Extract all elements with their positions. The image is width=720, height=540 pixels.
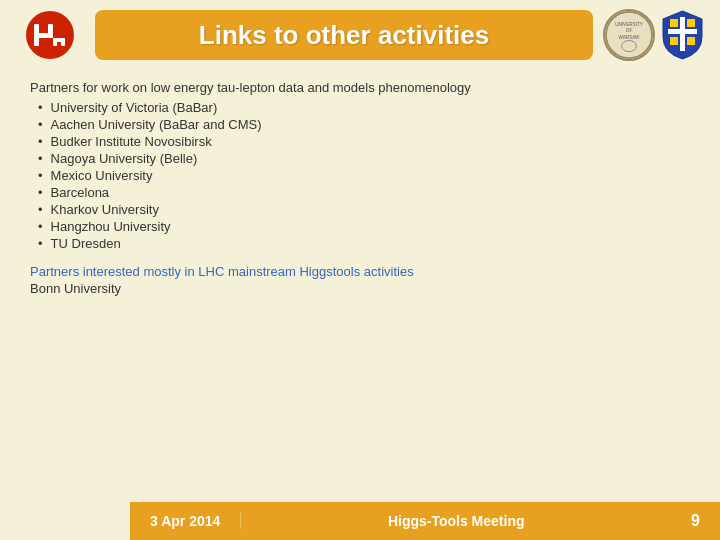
svg-rect-5 bbox=[53, 38, 57, 46]
slide-title: Links to other activities bbox=[199, 20, 489, 51]
svg-text:OF: OF bbox=[626, 28, 633, 33]
bonn-university: Bonn University bbox=[30, 281, 690, 296]
header: Links to other activities UNIVERSITY OF … bbox=[0, 0, 720, 70]
shield-logo bbox=[660, 9, 705, 61]
hfg-logo-icon bbox=[20, 10, 80, 60]
list-item: Aachen University (BaBar and CMS) bbox=[30, 116, 690, 133]
list-item: Mexico University bbox=[30, 167, 690, 184]
svg-text:WARSAW: WARSAW bbox=[619, 35, 641, 40]
svg-rect-13 bbox=[668, 29, 697, 34]
svg-rect-15 bbox=[687, 19, 695, 27]
svg-rect-16 bbox=[670, 37, 678, 45]
footer-page: 9 bbox=[671, 512, 720, 530]
svg-rect-6 bbox=[61, 38, 65, 46]
footer-content: 3 Apr 2014 Higgs-Tools Meeting 9 bbox=[130, 502, 720, 540]
list-item: Barcelona bbox=[30, 184, 690, 201]
svg-rect-3 bbox=[48, 24, 53, 38]
svg-text:UNIVERSITY: UNIVERSITY bbox=[615, 22, 643, 27]
partners-heading: Partners for work on low energy tau-lept… bbox=[30, 80, 690, 95]
list-item: Nagoya University (Belle) bbox=[30, 150, 690, 167]
footer-date: 3 Apr 2014 bbox=[130, 513, 241, 529]
svg-rect-2 bbox=[34, 33, 48, 38]
slide: Links to other activities UNIVERSITY OF … bbox=[0, 0, 720, 540]
title-box: Links to other activities bbox=[95, 10, 593, 60]
list-item: Kharkov University bbox=[30, 201, 690, 218]
list-item: Budker Institute Novosibirsk bbox=[30, 133, 690, 150]
list-item: TU Dresden bbox=[30, 235, 690, 252]
warsaw-university-logo: UNIVERSITY OF WARSAW bbox=[603, 9, 655, 61]
partners-list: University of Victoria (BaBar) Aachen Un… bbox=[30, 99, 690, 252]
footer-spacer bbox=[0, 502, 130, 540]
list-item: University of Victoria (BaBar) bbox=[30, 99, 690, 116]
svg-rect-14 bbox=[670, 19, 678, 27]
lhc-heading: Partners interested mostly in LHC mainst… bbox=[30, 264, 690, 279]
hfg-logo-container bbox=[15, 8, 85, 63]
list-item: Hangzhou University bbox=[30, 218, 690, 235]
logos-right: UNIVERSITY OF WARSAW bbox=[603, 9, 705, 61]
svg-rect-17 bbox=[687, 37, 695, 45]
footer-meeting: Higgs-Tools Meeting bbox=[241, 513, 671, 529]
main-content: Partners for work on low energy tau-lept… bbox=[0, 70, 720, 306]
footer-bar: 3 Apr 2014 Higgs-Tools Meeting 9 bbox=[0, 502, 720, 540]
